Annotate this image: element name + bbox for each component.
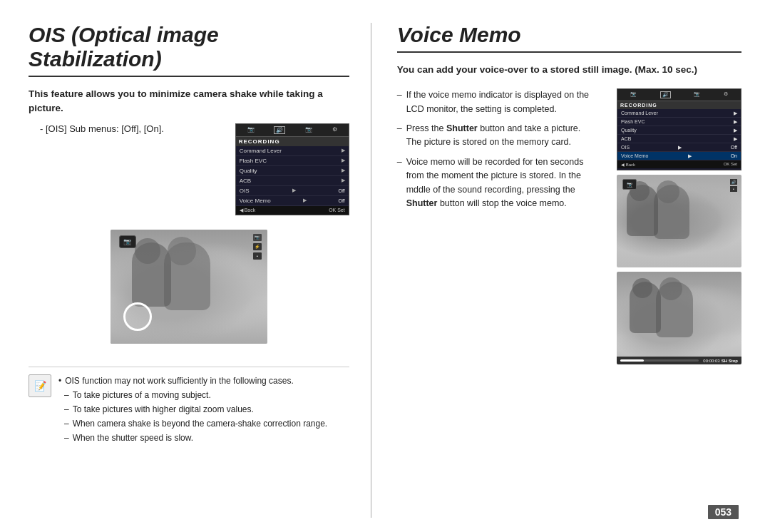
rmenu-quality: Quality▶ xyxy=(617,126,741,135)
rmenu-ois: OIS▶Off xyxy=(617,143,741,152)
submenu-item: [OIS] Sub menus: [Off], [On]. xyxy=(40,123,221,134)
rmenu-acb: ACB▶ xyxy=(617,135,741,143)
note-section: 📝 OIS function may not work sufficiently… xyxy=(29,367,349,446)
right-intro: You can add your voice-over to a stored … xyxy=(397,63,741,77)
ois-photo-preview: 📷 📷 ⚡ • xyxy=(111,230,267,344)
right-bullet-2: – Press the Shutter button and take a pi… xyxy=(397,122,598,150)
bullet-3-text: Voice memo will be recorded for ten seco… xyxy=(406,155,598,211)
right-section: Voice Memo You can add your voice-over t… xyxy=(371,23,741,518)
right-title: Voice Memo xyxy=(397,23,741,53)
menu-bottom-bar: ◀ Back OK Set xyxy=(236,206,349,215)
note-dash-2: To take pictures with higher digital zoo… xyxy=(64,403,327,416)
rmenu-section: RECORDING xyxy=(617,101,741,109)
right-bullets-section: – If the voice memo indicator is display… xyxy=(397,88,605,364)
note-icon: 📝 xyxy=(29,374,51,397)
menu-row-voice: Voice Memo▶Off xyxy=(236,196,349,206)
rtab-settings: ⚙ xyxy=(724,91,728,98)
voice-photo-preview-2: 00:00:03 SH Stop xyxy=(617,272,741,364)
rmenu-command: Command Lever▶ xyxy=(617,109,741,118)
rmenu-bottom: ◀ BackOK Set xyxy=(617,160,741,168)
menu-row-flash: Flash EVC▶ xyxy=(236,156,349,166)
recording-bottom-bar: 00:00:03 SH Stop xyxy=(617,357,741,364)
photo-icons: 📷 ⚡ • xyxy=(253,234,262,260)
note-dash-4: When the shutter speed is slow. xyxy=(64,431,327,444)
note-bullet: OIS function may not work sufficiently i… xyxy=(58,374,327,387)
voice-photo-preview-1: 📷 🔊 • xyxy=(617,175,741,267)
menu-section-label: RECORDING xyxy=(236,137,349,146)
sh-label: SH Stop xyxy=(722,359,738,363)
bullet-2-text: Press the Shutter button and take a pict… xyxy=(406,122,598,150)
right-bullet-1: – If the voice memo indicator is display… xyxy=(397,88,598,116)
right-bullet-3: – Voice memo will be recorded for ten se… xyxy=(397,155,598,211)
note-content: OIS function may not work sufficiently i… xyxy=(58,374,327,446)
note-dash-1: To take pictures of a moving subject. xyxy=(64,389,327,401)
photo-camera-overlay: 📷 xyxy=(119,235,136,248)
menu-row-quality: Quality▶ xyxy=(236,166,349,176)
tab-photo: 📷 xyxy=(305,126,312,134)
left-section: OIS (Optical image Stabilization) This f… xyxy=(29,23,371,518)
menu-row-acb: ACB▶ xyxy=(236,176,349,186)
left-title: OIS (Optical image Stabilization) xyxy=(29,23,349,77)
menu-row-ois: OIS▶Off xyxy=(236,186,349,196)
rtab-photo: 📷 xyxy=(694,91,700,98)
page-number: 053 xyxy=(708,505,739,519)
recording-time: 00:00:03 xyxy=(703,359,719,363)
recording-progress xyxy=(620,359,699,362)
camera-menu-image: 📷 🔊 📷 ⚙ RECORDING Command Lever▶ Flash E… xyxy=(235,123,349,215)
note-dash-3: When camera shake is beyond the camera-s… xyxy=(64,417,327,430)
voice-menu-image: 📷 🔊 📷 ⚙ RECORDING Command Lever▶ Flash E… xyxy=(617,88,741,170)
menu-row-command: Command Lever▶ xyxy=(236,146,349,156)
rtab-sound: 🔊 xyxy=(660,91,671,98)
bullet-1-text: If the voice memo indicator is displayed… xyxy=(406,88,598,116)
submenu-list: [OIS] Sub menus: [Off], [On]. xyxy=(40,123,221,134)
rtab-camera: 📷 xyxy=(630,91,637,98)
tab-camera: 📷 xyxy=(247,126,255,134)
rmenu-voice-memo: Voice Memo▶On xyxy=(617,152,741,160)
left-intro: This feature allows you to minimize came… xyxy=(29,87,349,116)
tab-settings: ⚙ xyxy=(332,126,337,134)
right-images: 📷 🔊 📷 ⚙ RECORDING Command Lever▶ Flash E… xyxy=(617,88,741,364)
tab-sound: 🔊 xyxy=(274,126,285,134)
rmenu-flash: Flash EVC▶ xyxy=(617,118,741,126)
